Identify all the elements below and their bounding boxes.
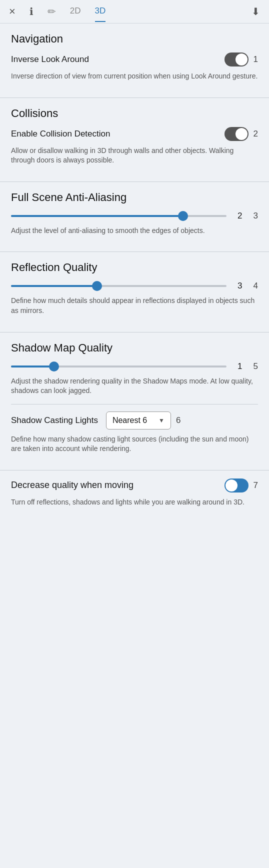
reflection-thumb[interactable] xyxy=(92,281,102,291)
anti-aliasing-slider-row: 2 3 xyxy=(11,211,258,221)
reflection-track[interactable] xyxy=(11,285,226,287)
collision-toggle[interactable] xyxy=(224,127,248,141)
collision-detection-row: Enable Collision Detection 2 xyxy=(11,127,258,141)
annotation-7: 7 xyxy=(254,480,258,490)
annotation-2: 2 xyxy=(254,129,258,139)
collision-controls: 2 xyxy=(224,127,258,141)
toggle-knob xyxy=(226,480,238,492)
shadow-map-thumb[interactable] xyxy=(49,362,59,372)
download-button[interactable]: ⬇ xyxy=(252,6,260,22)
select-value: Nearest 6 xyxy=(112,416,147,425)
close-button[interactable]: × xyxy=(9,5,16,23)
tab-bar: × ℹ ✏ 2D 3D ⬇ xyxy=(0,0,269,24)
toggle-knob xyxy=(236,128,248,140)
decrease-quality-toggle[interactable] xyxy=(224,478,248,492)
reflection-title: Reflection Quality xyxy=(11,261,258,274)
inverse-look-desc: Inverse direction of view from current p… xyxy=(11,72,258,82)
inverse-look-row: Inverse Look Around 1 xyxy=(11,52,258,66)
toggle-knob xyxy=(236,54,248,66)
anti-aliasing-value: 2 xyxy=(232,211,242,221)
navigation-section: Navigation Inverse Look Around 1 Inverse… xyxy=(0,24,269,98)
decrease-quality-row: Decrease quality when moving 7 xyxy=(11,478,258,492)
reflection-value: 3 xyxy=(232,281,242,291)
collisions-title: Collisions xyxy=(11,107,258,120)
reflection-desc: Define how much details should appear in… xyxy=(11,296,258,316)
shadow-map-value: 1 xyxy=(232,362,242,372)
annotation-5: 5 xyxy=(254,362,258,372)
reflection-slider-row: 3 4 xyxy=(11,281,258,291)
shadow-map-desc: Adjust the shadow rendering quality in t… xyxy=(11,376,258,396)
tab-2d[interactable]: 2D xyxy=(70,6,81,22)
shadow-map-fill xyxy=(11,366,54,368)
anti-aliasing-fill xyxy=(11,215,183,217)
shadow-casting-row: Shadow Casting Lights Nearest 6 ▼ 6 xyxy=(11,412,258,430)
anti-aliasing-desc: Adjust the level of anti-aliasing to smo… xyxy=(11,226,258,236)
shadow-casting-label: Shadow Casting Lights xyxy=(11,416,98,426)
shadow-map-track[interactable] xyxy=(11,366,226,368)
ruler-button[interactable]: ✏ xyxy=(48,6,56,22)
shadow-map-slider-row: 1 5 xyxy=(11,362,258,372)
reflection-section: Reflection Quality 3 4 Define how much d… xyxy=(0,252,269,332)
inverse-look-label: Inverse Look Around xyxy=(11,54,89,64)
shadow-map-section: Shadow Map Quality 1 5 Adjust the shadow… xyxy=(0,332,269,470)
annotation-1: 1 xyxy=(254,54,258,64)
decrease-quality-controls: 7 xyxy=(224,478,258,492)
collision-desc: Allow or disallow walking in 3D through … xyxy=(11,146,258,166)
shadow-casting-controls: Nearest 6 ▼ 6 xyxy=(106,412,180,430)
navigation-title: Navigation xyxy=(11,32,258,46)
shadow-casting-select[interactable]: Nearest 6 ▼ xyxy=(106,412,171,430)
collisions-section: Collisions Enable Collision Detection 2 … xyxy=(0,98,269,182)
shadow-casting-desc: Define how many shadow casting light sou… xyxy=(11,434,258,454)
reflection-fill xyxy=(11,285,97,287)
annotation-6: 6 xyxy=(176,416,180,426)
decrease-quality-section: Decrease quality when moving 7 Turn off … xyxy=(0,470,269,528)
anti-aliasing-section: Full Scene Anti-Aliasing 2 3 Adjust the … xyxy=(0,182,269,252)
chevron-down-icon: ▼ xyxy=(158,417,164,424)
annotation-3: 3 xyxy=(254,211,258,221)
anti-aliasing-title: Full Scene Anti-Aliasing xyxy=(11,191,258,204)
tab-3d[interactable]: 3D xyxy=(95,6,106,22)
decrease-quality-label: Decrease quality when moving xyxy=(11,480,134,491)
anti-aliasing-thumb[interactable] xyxy=(178,211,188,221)
inverse-look-controls: 1 xyxy=(224,52,258,66)
collision-detection-label: Enable Collision Detection xyxy=(11,129,110,139)
info-button[interactable]: ℹ xyxy=(30,6,34,22)
inverse-look-toggle[interactable] xyxy=(224,52,248,66)
annotation-4: 4 xyxy=(254,281,258,291)
anti-aliasing-track[interactable] xyxy=(11,215,226,217)
shadow-map-title: Shadow Map Quality xyxy=(11,342,258,354)
decrease-quality-desc: Turn off reflections, shadows and lights… xyxy=(11,498,258,508)
